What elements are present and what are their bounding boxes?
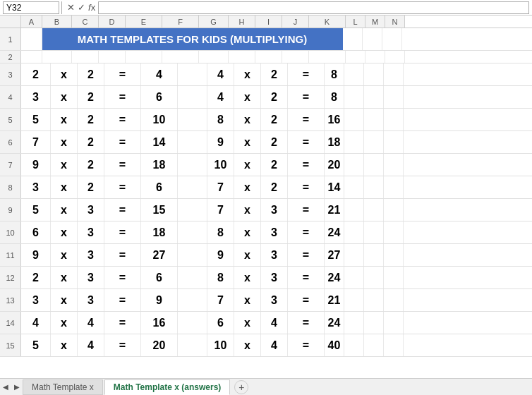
cell-M-13[interactable] — [364, 289, 384, 311]
cell-I-14[interactable]: 4 — [261, 312, 288, 334]
cell-I-5[interactable]: 2 — [261, 109, 288, 130]
cell-K-5[interactable]: 16 — [325, 109, 344, 130]
cell-C-10[interactable]: 3 — [78, 221, 104, 243]
cell-K-12[interactable]: 24 — [325, 267, 344, 288]
cell-M-3[interactable] — [364, 63, 384, 85]
col-header-g[interactable]: G — [199, 16, 229, 28]
cell-E-12[interactable]: 6 — [141, 267, 178, 288]
cell-M-9[interactable] — [364, 199, 384, 221]
cell-J-15[interactable]: = — [288, 334, 325, 356]
cell-L-3[interactable] — [344, 63, 364, 85]
cell-D-12[interactable]: = — [104, 267, 141, 288]
cell-K-13[interactable]: 21 — [325, 289, 344, 311]
cell-E-11[interactable]: 27 — [141, 244, 178, 266]
cancel-icon[interactable]: ✕ — [67, 2, 75, 13]
cell-F-5[interactable] — [178, 109, 207, 130]
cell-E-5[interactable]: 10 — [141, 109, 178, 130]
cell-D-3[interactable]: = — [104, 63, 141, 85]
cell-D-5[interactable]: = — [104, 109, 141, 130]
cell-L-5[interactable] — [344, 109, 364, 130]
cell-A-4[interactable]: 3 — [21, 86, 51, 108]
add-tab-button[interactable]: + — [234, 380, 248, 394]
cell-F-3[interactable] — [178, 63, 207, 85]
cell-I-10[interactable]: 3 — [261, 221, 288, 243]
cell-C-8[interactable]: 2 — [78, 176, 104, 198]
cell-A-7[interactable]: 9 — [21, 154, 51, 176]
cell-M-5[interactable] — [364, 109, 384, 130]
cell-E-7[interactable]: 18 — [141, 154, 178, 176]
cell-l1[interactable] — [343, 28, 363, 50]
cell-G-3[interactable]: 4 — [207, 63, 234, 85]
cell-I-7[interactable]: 2 — [261, 154, 288, 176]
cell-i2[interactable] — [255, 51, 282, 63]
cell-E-15[interactable]: 20 — [141, 334, 178, 356]
cell-B-10[interactable]: x — [51, 221, 78, 243]
cell-B-7[interactable]: x — [51, 154, 78, 176]
cell-H-11[interactable]: x — [234, 244, 261, 266]
cell-A-10[interactable]: 6 — [21, 221, 51, 243]
cell-I-3[interactable]: 2 — [261, 63, 288, 85]
cell-K-4[interactable]: 8 — [325, 86, 344, 108]
tab-math-template[interactable]: Math Template x — [23, 379, 103, 395]
cell-G-11[interactable]: 9 — [207, 244, 234, 266]
cell-N-4[interactable] — [384, 86, 404, 108]
cell-N-15[interactable] — [384, 334, 404, 356]
cell-L-4[interactable] — [344, 86, 364, 108]
cell-N-12[interactable] — [384, 267, 404, 288]
cell-a1[interactable] — [21, 28, 42, 50]
cell-I-8[interactable]: 2 — [261, 176, 288, 198]
cell-h2[interactable] — [229, 51, 255, 63]
cell-B-9[interactable]: x — [51, 199, 78, 221]
cell-D-15[interactable]: = — [104, 334, 141, 356]
cell-E-8[interactable]: 6 — [141, 176, 178, 198]
cell-M-10[interactable] — [364, 221, 384, 243]
cell-D-7[interactable]: = — [104, 154, 141, 176]
cell-F-12[interactable] — [178, 267, 207, 288]
cell-J-3[interactable]: = — [288, 63, 325, 85]
cell-B-8[interactable]: x — [51, 176, 78, 198]
cell-L-13[interactable] — [344, 289, 364, 311]
cell-c2[interactable] — [72, 51, 99, 63]
cell-A-12[interactable]: 2 — [21, 267, 51, 288]
cell-B-5[interactable]: x — [51, 109, 78, 130]
cell-A-9[interactable]: 5 — [21, 199, 51, 221]
tab-math-template-answers[interactable]: Math Template x (answers) — [104, 379, 230, 395]
col-header-b[interactable]: B — [42, 16, 72, 28]
cell-I-15[interactable]: 4 — [261, 334, 288, 356]
cell-F-4[interactable] — [178, 86, 207, 108]
cell-J-9[interactable]: = — [288, 199, 325, 221]
cell-G-12[interactable]: 8 — [207, 267, 234, 288]
confirm-icon[interactable]: ✓ — [78, 2, 85, 13]
tab-scroll-right[interactable]: ▶ — [11, 383, 23, 391]
cell-H-14[interactable]: x — [234, 312, 261, 334]
cell-G-13[interactable]: 7 — [207, 289, 234, 311]
cell-H-10[interactable]: x — [234, 221, 261, 243]
cell-n2[interactable] — [385, 51, 405, 63]
cell-J-12[interactable]: = — [288, 267, 325, 288]
cell-M-8[interactable] — [364, 176, 384, 198]
cell-N-8[interactable] — [384, 176, 404, 198]
cell-G-8[interactable]: 7 — [207, 176, 234, 198]
cell-H-9[interactable]: x — [234, 199, 261, 221]
cell-K-6[interactable]: 18 — [325, 131, 344, 153]
cell-G-10[interactable]: 8 — [207, 221, 234, 243]
cell-B-12[interactable]: x — [51, 267, 78, 288]
cell-G-6[interactable]: 9 — [207, 131, 234, 153]
cell-F-8[interactable] — [178, 176, 207, 198]
cell-K-15[interactable]: 40 — [325, 334, 344, 356]
cell-C-13[interactable]: 3 — [78, 289, 104, 311]
cell-A-11[interactable]: 9 — [21, 244, 51, 266]
cell-C-15[interactable]: 4 — [78, 334, 104, 356]
formula-input[interactable] — [98, 1, 529, 14]
tab-scroll-left[interactable]: ◀ — [0, 383, 11, 391]
cell-A-3[interactable]: 2 — [21, 63, 51, 85]
cell-F-9[interactable] — [178, 199, 207, 221]
cell-L-6[interactable] — [344, 131, 364, 153]
cell-G-9[interactable]: 7 — [207, 199, 234, 221]
cell-G-14[interactable]: 6 — [207, 312, 234, 334]
cell-F-6[interactable] — [178, 131, 207, 153]
cell-L-11[interactable] — [344, 244, 364, 266]
cell-b2[interactable] — [42, 51, 72, 63]
cell-B-11[interactable]: x — [51, 244, 78, 266]
cell-I-11[interactable]: 3 — [261, 244, 288, 266]
